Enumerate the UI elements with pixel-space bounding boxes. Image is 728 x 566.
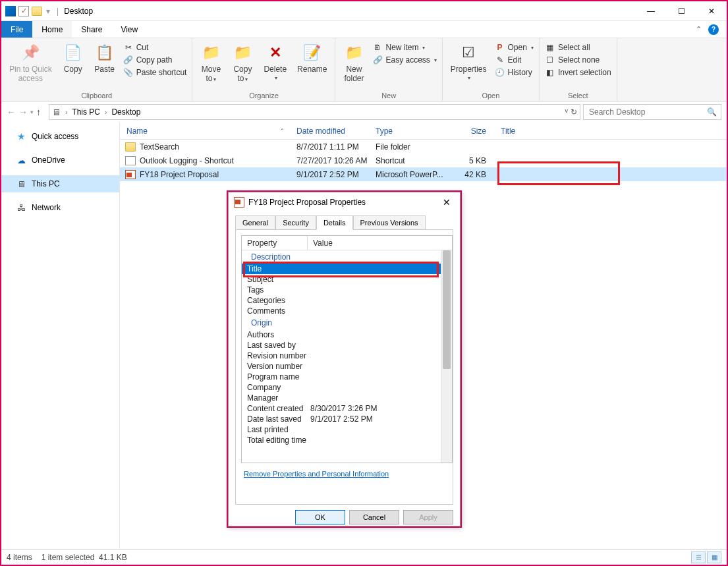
search-icon[interactable]: 🔍 [707,107,717,117]
dialog-tab-general[interactable]: General [235,215,275,230]
ok-button[interactable]: OK [295,510,345,524]
property-row[interactable]: Total editing time [242,435,452,445]
breadcrumb-leaf[interactable]: Desktop [111,107,140,117]
tab-home[interactable]: Home [32,21,72,38]
property-value[interactable] [310,330,452,339]
property-value[interactable] [310,351,452,360]
copy-path-button[interactable]: 🔗Copy path [123,55,187,65]
property-value[interactable] [310,362,452,371]
dialog-titlebar[interactable]: FY18 Project Proposal Properties ✕ [229,192,460,212]
tab-share[interactable]: Share [72,21,111,38]
property-value[interactable] [310,306,452,316]
open-button[interactable]: POpen▾ [495,42,534,53]
col-date[interactable]: Date modified [290,127,369,136]
col-type[interactable]: Type [369,127,448,136]
cancel-button[interactable]: Cancel [349,510,399,524]
property-value[interactable]: 8/30/2017 3:26 PM [310,404,452,413]
property-value[interactable] [310,436,452,445]
property-row[interactable]: Company [242,382,452,393]
sidebar-item-this-pc[interactable]: 🖥This PC [1,175,119,192]
col-title[interactable]: Title [494,127,613,136]
paste-shortcut-button[interactable]: 📎Paste shortcut [123,67,187,78]
scrollbar-thumb[interactable] [443,250,451,369]
tab-view[interactable]: View [111,21,147,38]
rename-button[interactable]: 📝 Rename [294,41,329,75]
property-value[interactable] [310,264,452,273]
minimize-button[interactable]: — [636,1,666,21]
dialog-close-button[interactable]: ✕ [439,196,455,209]
property-row[interactable]: Tags [242,285,452,295]
file-row[interactable]: FY18 Project Proposal 9/1/2017 2:52 PM M… [120,167,727,181]
property-row[interactable]: Last saved by [242,340,452,351]
property-value[interactable] [310,393,452,403]
move-to-button[interactable]: 📁 Move to▾ [198,41,224,85]
col-size[interactable]: Size [448,127,494,136]
prop-col-value[interactable]: Value [308,239,452,248]
property-value[interactable]: 9/1/2017 2:52 PM [310,414,452,424]
delete-button[interactable]: ✕ Delete▾ [261,41,289,83]
sidebar-item-onedrive[interactable]: ☁OneDrive [1,152,119,169]
property-row[interactable]: Categories [242,295,452,306]
cut-button[interactable]: ✂Cut [123,42,187,53]
col-name[interactable]: Name⌃ [120,127,290,136]
property-row[interactable]: Content created8/30/2017 3:26 PM [242,403,452,414]
select-all-button[interactable]: ▦Select all [545,42,611,53]
easy-access-button[interactable]: 🔗Easy access▾ [372,55,436,65]
address-bar[interactable]: 🖥 › This PC › Desktop v ↻ [49,104,580,120]
new-folder-button[interactable]: 📁 New folder [341,41,367,85]
qat-folder-icon[interactable] [32,7,42,16]
refresh-icon[interactable]: ↻ [571,107,577,117]
property-value[interactable] [310,275,452,284]
apply-button[interactable]: Apply [403,510,453,524]
paste-button[interactable]: 📋 Paste [92,41,118,75]
property-row[interactable]: Program name [242,372,452,382]
breadcrumb-root[interactable]: This PC [72,107,100,117]
dialog-tab-previous-versions[interactable]: Previous Versions [353,215,426,230]
copy-button[interactable]: 📄 Copy [60,41,86,75]
forward-button[interactable]: → [18,107,28,117]
pin-to-quick-access-button[interactable]: 📌 Pin to Quick access [7,41,55,85]
edit-button[interactable]: ✎Edit [495,55,534,65]
property-row[interactable]: Authors [242,329,452,340]
invert-selection-button[interactable]: ◧Invert selection [545,67,611,78]
property-value[interactable] [310,285,452,295]
menu-file[interactable]: File [1,21,32,38]
dialog-tab-security[interactable]: Security [275,215,316,230]
help-icon[interactable]: ? [708,24,719,35]
maximize-button[interactable]: ☐ [666,1,696,21]
view-large-icons-button[interactable]: ▦ [707,552,721,563]
property-row[interactable]: Revision number [242,351,452,361]
close-button[interactable]: ✕ [696,1,727,21]
scrollbar[interactable] [441,250,452,463]
property-row[interactable]: Last printed [242,424,452,435]
history-button[interactable]: 🕘History [495,67,534,78]
up-button[interactable]: ↑ [36,107,41,117]
collapse-ribbon-icon[interactable]: ⌃ [696,25,702,34]
sidebar-item-network[interactable]: 🖧Network [1,199,119,216]
view-details-button[interactable]: ☰ [691,552,706,563]
file-row[interactable]: TextSearch 8/7/2017 1:11 PM File folder [120,140,727,154]
search-box[interactable]: 🔍 [583,104,721,120]
qat-checkbox-icon[interactable]: ✓ [18,6,29,16]
property-value[interactable] [310,372,452,382]
new-item-button[interactable]: 🗎New item▾ [372,42,436,53]
property-value[interactable] [310,425,452,434]
address-dropdown-icon[interactable]: v [565,107,569,117]
remove-properties-link[interactable]: Remove Properties and Personal Informati… [241,463,391,478]
property-row[interactable]: Version number [242,361,452,372]
dialog-tab-details[interactable]: Details [316,215,353,230]
property-row[interactable]: Date last saved9/1/2017 2:52 PM [242,414,452,424]
back-button[interactable]: ← [7,107,16,117]
property-value[interactable] [310,296,452,305]
property-value[interactable] [310,383,452,392]
property-row[interactable]: Subject [242,274,452,285]
search-input[interactable] [588,107,707,117]
file-row[interactable]: Outlook Logging - Shortcut 7/27/2017 10:… [120,154,727,167]
property-row[interactable]: Title [242,264,452,274]
properties-button[interactable]: ☑ Properties▾ [448,41,490,83]
select-none-button[interactable]: ☐Select none [545,55,611,65]
property-row[interactable]: Manager [242,393,452,403]
prop-col-property[interactable]: Property [242,236,308,250]
copy-to-button[interactable]: 📁 Copy to▾ [229,41,256,85]
property-row[interactable]: Comments [242,306,452,316]
